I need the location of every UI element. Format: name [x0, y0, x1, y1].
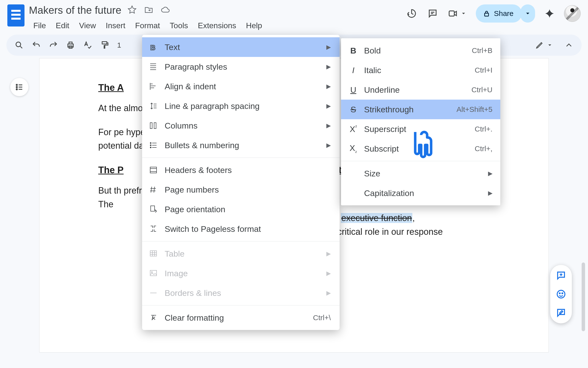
pl-icon	[148, 223, 159, 234]
align-icon	[148, 81, 159, 92]
menu-item-label: Underline	[364, 85, 466, 95]
scrollbar[interactable]	[582, 263, 585, 331]
menu-item-label: Columns	[165, 121, 319, 131]
table-icon	[148, 248, 159, 259]
share-button[interactable]: Share	[476, 4, 522, 23]
format-menu-item-table: Table▶	[142, 244, 340, 263]
menu-item-label: Size	[364, 169, 481, 178]
text-menu-item-size[interactable]: Size▶	[341, 164, 500, 183]
menu-insert[interactable]: Insert	[101, 20, 130, 32]
outline-toggle[interactable]	[10, 78, 28, 96]
chevron-right-icon: ▶	[325, 44, 331, 51]
format-menu-item-hf[interactable]: Headers & footers	[142, 160, 340, 180]
search-icon[interactable]	[12, 38, 26, 53]
po-icon	[148, 204, 159, 215]
svg-rect-15	[151, 206, 155, 211]
format-menu-item-align[interactable]: Align & indent▶	[142, 77, 340, 96]
menu-help[interactable]: Help	[242, 20, 267, 32]
spellcheck-icon[interactable]	[80, 38, 95, 53]
chevron-right-icon: ▶	[487, 170, 492, 177]
svg-point-19	[557, 290, 565, 298]
spacing-icon	[148, 101, 159, 111]
text-menu-item-strike[interactable]: SStrikethroughAlt+Shift+5	[341, 100, 500, 119]
redo-icon[interactable]	[46, 38, 61, 53]
text-menu-item-underline[interactable]: UUnderlineCtrl+U	[341, 80, 500, 100]
format-menu-item-columns[interactable]: Columns▶	[142, 116, 340, 135]
svg-point-13	[150, 147, 151, 148]
caret-down-icon	[547, 42, 553, 48]
menu-tools[interactable]: Tools	[165, 20, 193, 32]
chevron-right-icon: ▶	[325, 289, 331, 296]
editing-mode-button[interactable]	[532, 41, 556, 50]
text-menu-item-bold[interactable]: BBoldCtrl+B	[341, 41, 500, 60]
svg-point-7	[16, 84, 17, 86]
menu-format[interactable]: Format	[131, 20, 164, 32]
shortcut-label: Ctrl+I	[475, 66, 492, 74]
text-menu-item-cap[interactable]: Capitalization▶	[341, 183, 500, 203]
svg-rect-4	[69, 42, 72, 44]
format-menu-item-text[interactable]: BText▶	[142, 37, 340, 57]
comments-icon[interactable]	[427, 8, 439, 19]
cloud-status-icon[interactable]	[161, 5, 170, 15]
chevron-right-icon: ▶	[325, 250, 331, 257]
zoom-value[interactable]: 1	[115, 41, 121, 49]
format-menu-item-pl[interactable]: Switch to Pageless format	[142, 219, 340, 239]
paint-format-icon[interactable]	[98, 38, 112, 53]
star-icon[interactable]	[127, 5, 137, 15]
chevron-right-icon: ▶	[487, 190, 492, 197]
bold-icon: B	[348, 46, 359, 55]
menu-view[interactable]: View	[75, 20, 100, 32]
format-menu-item-bullets[interactable]: Bullets & numbering▶	[142, 135, 340, 155]
suggest-edits-icon[interactable]	[555, 307, 567, 319]
lock-icon	[483, 10, 490, 17]
document-title[interactable]: Makers of the future	[29, 4, 122, 16]
hf-icon	[148, 165, 159, 175]
italic-icon: I	[348, 66, 359, 75]
menu-edit[interactable]: Edit	[51, 20, 74, 32]
move-icon[interactable]	[144, 5, 153, 15]
menu-file[interactable]: File	[29, 20, 50, 32]
format-menu-item-para[interactable]: Paragraph styles▶	[142, 57, 340, 77]
shortcut-label: Alt+Shift+5	[456, 105, 492, 114]
format-menu-item-spacing[interactable]: Line & paragraph spacing▶	[142, 96, 340, 116]
svg-text:B: B	[150, 43, 156, 52]
menu-item-label: Line & paragraph spacing	[165, 101, 319, 111]
chevron-right-icon: ▶	[325, 122, 331, 129]
undo-icon[interactable]	[29, 38, 44, 53]
menubar: File Edit View Insert Format Tools Exten…	[29, 20, 406, 32]
subscript-icon: X	[348, 143, 359, 154]
history-icon[interactable]	[406, 8, 417, 19]
svg-rect-14	[150, 167, 157, 173]
image-icon	[148, 268, 159, 279]
menu-item-label: Borders & lines	[165, 288, 319, 298]
meet-button[interactable]	[448, 8, 466, 19]
add-reaction-icon[interactable]	[555, 288, 567, 300]
text-submenu: BBoldCtrl+BIItalicCtrl+IUUnderlineCtrl+U…	[341, 38, 500, 205]
text-menu-item-superscript[interactable]: XSuperscriptCtrl+.	[341, 119, 500, 139]
shortcut-label: Ctrl+B	[472, 46, 492, 55]
menu-item-label: Page orientation	[165, 205, 331, 214]
docs-logo[interactable]	[7, 4, 24, 26]
svg-point-21	[562, 293, 563, 294]
menu-item-label: Text	[165, 42, 319, 52]
menu-item-label: Strikethrough	[364, 105, 451, 114]
gemini-icon[interactable]	[544, 8, 555, 19]
format-menu-item-image: Image▶	[142, 263, 340, 283]
text-menu-item-italic[interactable]: IItalicCtrl+I	[341, 60, 500, 80]
chevron-right-icon: ▶	[325, 270, 331, 277]
add-comment-icon[interactable]	[555, 269, 567, 282]
format-menu-item-clear[interactable]: Clear formattingCtrl+\	[142, 308, 340, 328]
shortcut-label: Ctrl+.	[475, 125, 492, 133]
share-dropdown[interactable]	[520, 4, 535, 23]
svg-rect-17	[150, 270, 157, 276]
text-menu-item-subscript[interactable]: XSubscriptCtrl+,	[341, 139, 500, 158]
menu-extensions[interactable]: Extensions	[194, 20, 241, 32]
format-menu-item-po[interactable]: Page orientation	[142, 199, 340, 219]
account-avatar[interactable]	[564, 5, 581, 22]
collapse-toolbar-icon[interactable]	[562, 38, 576, 53]
underline-icon: U	[348, 85, 359, 95]
side-comment-palette	[550, 265, 572, 323]
print-icon[interactable]	[63, 38, 78, 53]
text-icon: B	[148, 42, 159, 53]
format-menu-item-pn[interactable]: Page numbers	[142, 180, 340, 199]
